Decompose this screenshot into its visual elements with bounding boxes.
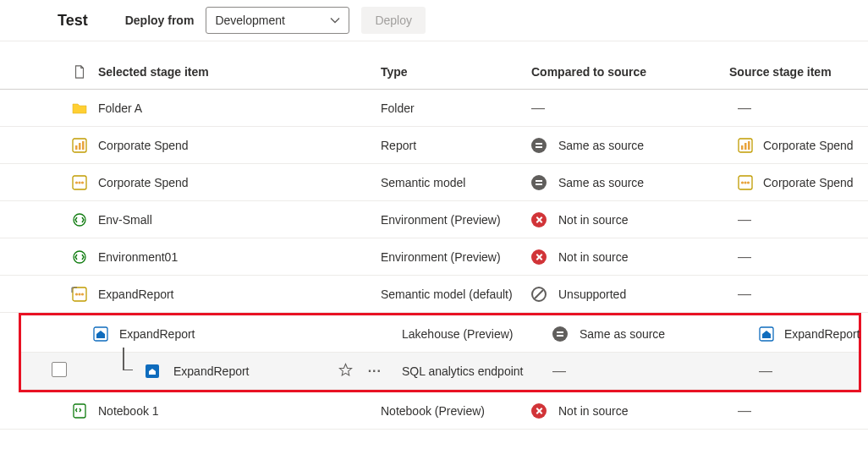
table-row[interactable]: Environment01Environment (Preview)Not in…: [0, 238, 868, 276]
item-name: Corporate Spend: [98, 176, 189, 189]
table-row[interactable]: ExpandReportLakehouse (Preview)Same as s…: [21, 315, 859, 353]
not-in-source-icon: [531, 403, 547, 419]
source-item-dash: —: [738, 101, 751, 116]
table-row[interactable]: Notebook 1Notebook (Preview)Not in sourc…: [0, 392, 868, 430]
stage-title: Test: [58, 12, 88, 30]
item-type: Report: [381, 139, 531, 152]
notebook-icon: [72, 403, 87, 419]
item-name-cell[interactable]: Notebook 1: [98, 404, 381, 418]
favorite-button[interactable]: [335, 359, 356, 383]
source-item-name: Corporate Spend: [763, 176, 854, 189]
comparison-same-text: Same as source: [558, 139, 644, 152]
comparison-cell: Not in source: [531, 212, 729, 227]
svg-point-11: [81, 181, 84, 183]
source-item-dash: —: [738, 403, 751, 419]
svg-point-13: [741, 181, 744, 183]
item-type-icon-cell: [61, 403, 98, 419]
column-header-compared[interactable]: Compared to source: [531, 65, 729, 79]
sql-endpoint-icon: [145, 364, 160, 379]
svg-point-9: [75, 181, 78, 183]
comparison-dash: —: [531, 101, 545, 116]
item-type-icon-cell: [61, 212, 98, 227]
svg-rect-2: [79, 143, 81, 150]
item-name-cell[interactable]: ExpandReport···: [119, 359, 402, 383]
source-item-name: ExpandReport: [784, 327, 860, 341]
item-name-cell[interactable]: Corporate Spend: [98, 176, 381, 189]
item-name: Environment01: [98, 250, 178, 264]
source-item-dash: —: [759, 364, 772, 379]
comparison-cell: Unsupported: [531, 287, 729, 302]
source-item-cell: —: [750, 364, 868, 379]
table-row[interactable]: Corporate SpendSemantic modelSame as sou…: [0, 164, 868, 201]
file-icon: [74, 65, 85, 79]
source-item-cell: —: [729, 249, 868, 265]
source-item-cell: —: [729, 212, 868, 227]
source-stage-select[interactable]: Development: [206, 7, 349, 34]
item-type-icon-cell: [82, 326, 119, 342]
item-type: Notebook (Preview): [381, 404, 531, 418]
items-table: Selected stage item Type Compared to sou…: [0, 41, 868, 430]
item-name-cell[interactable]: Env-Small: [98, 213, 381, 227]
item-type: Environment (Preview): [381, 250, 531, 264]
item-name: ExpandReport: [98, 287, 174, 301]
svg-rect-3: [82, 141, 85, 150]
source-item-name: Corporate Spend: [763, 139, 854, 152]
item-type-icon-cell: ╰: [61, 287, 98, 302]
table-row[interactable]: Corporate SpendReportSame as sourceCorpo…: [0, 127, 868, 164]
svg-rect-7: [748, 141, 750, 150]
comparison-cell: Same as source: [531, 175, 729, 190]
item-name-cell[interactable]: ExpandReport: [98, 287, 381, 301]
svg-point-10: [78, 181, 80, 183]
svg-rect-6: [744, 143, 747, 150]
comparison-cell: Not in source: [531, 403, 729, 419]
lakehouse-icon: [759, 326, 774, 342]
svg-rect-1: [75, 145, 78, 150]
report-icon: [738, 138, 753, 153]
column-header-icon[interactable]: [61, 65, 98, 79]
source-item-cell: —: [729, 403, 868, 419]
tree-connector-icon: [119, 361, 136, 381]
item-name-cell[interactable]: Corporate Spend: [98, 139, 381, 152]
item-name: Env-Small: [98, 213, 152, 227]
source-item-cell: ExpandReport: [750, 326, 868, 342]
item-name-cell[interactable]: Environment01: [98, 250, 381, 264]
column-header-type[interactable]: Type: [381, 65, 531, 79]
comparison-unsupported-text: Unsupported: [558, 287, 626, 301]
folder-icon: [72, 101, 87, 116]
column-header-source[interactable]: Source stage item: [729, 65, 868, 79]
item-name-cell[interactable]: Folder A: [98, 101, 381, 115]
comparison-cell: Same as source: [552, 326, 750, 342]
item-type: Environment (Preview): [381, 213, 531, 227]
item-name: Folder A: [98, 101, 142, 115]
table-row[interactable]: Folder AFolder——: [0, 90, 868, 127]
svg-rect-5: [741, 145, 744, 150]
table-row[interactable]: Env-SmallEnvironment (Preview)Not in sou…: [0, 201, 868, 238]
column-header-name[interactable]: Selected stage item: [98, 65, 381, 79]
source-item-dash: —: [738, 249, 751, 265]
item-type: Semantic model: [381, 176, 531, 189]
source-item-cell: Corporate Spend: [729, 138, 868, 153]
item-name: Corporate Spend: [98, 139, 189, 152]
table-row[interactable]: ╰ExpandReportSemantic model (default)Uns…: [0, 276, 868, 313]
item-type: SQL analytics endpoint: [402, 364, 552, 378]
more-options-button[interactable]: ···: [365, 364, 385, 379]
comparison-same-text: Same as source: [580, 327, 665, 341]
comparison-cell: Same as source: [531, 138, 729, 153]
source-item-dash: —: [738, 287, 751, 302]
row-checkbox[interactable]: [52, 362, 67, 377]
not-in-source-icon: [531, 249, 547, 265]
same-as-source-icon: [531, 175, 547, 190]
table-row[interactable]: ExpandReport···SQL analytics endpoint——: [21, 353, 859, 390]
hierarchy-tick-icon: [71, 282, 78, 296]
star-icon: [338, 363, 353, 377]
comparison-cell: Not in source: [531, 249, 729, 265]
source-item-cell: —: [729, 287, 868, 302]
same-as-source-icon: [531, 138, 547, 153]
not-in-source-icon: [531, 212, 547, 227]
deploy-button[interactable]: Deploy: [361, 7, 426, 34]
chevron-down-icon: [330, 15, 340, 25]
source-item-cell: —: [729, 101, 868, 116]
comparison-dash: —: [552, 364, 566, 379]
same-as-source-icon: [552, 326, 568, 342]
item-name-cell[interactable]: ExpandReport: [119, 327, 402, 341]
